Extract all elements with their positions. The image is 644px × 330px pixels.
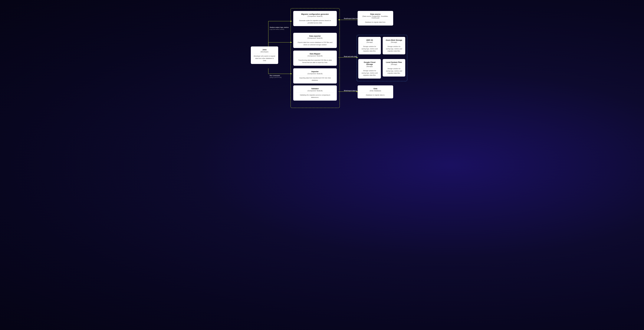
google-cloud-desc: Storage solution for saving logs, metric…	[361, 70, 378, 76]
data-mapper-card: Data Mapper [Component: NodeJS] Transfor…	[293, 51, 337, 66]
migrator-config-title: Migrator configuration generator	[296, 13, 334, 15]
validator-card: Validator [Component: NodeJS] Validating…	[293, 85, 337, 101]
data-mapper-title: Data Mapper	[296, 53, 334, 55]
local-files-desc: Storage solution for saving logs, metric…	[386, 67, 402, 74]
analyze-label: Analyze output, logs, metrics	[270, 27, 289, 28]
validator-type: [Component: NodeJS]	[296, 90, 334, 92]
migrator-config-desc: Generate a plan for migration process ba…	[296, 19, 334, 24]
oxla-type: [Oxla: Database]	[360, 90, 390, 92]
data-source-type: [Data source: PostgreSQL, Snowflake, Cli…	[360, 15, 390, 19]
data-exporter-type: [Component: NodeJS]	[296, 37, 334, 39]
validator-title: Validator	[296, 88, 334, 90]
azure-blob-desc: Storage solution for saving logs, metric…	[386, 45, 402, 52]
data-exporter-card: Data exporter [Component: NodeJS] Export…	[293, 33, 337, 48]
actor-type: [Developer]	[254, 51, 276, 53]
actor-card: John [Developer] Developer who wants to …	[251, 46, 278, 64]
aws-s3-card: AWS S3 [Storage] Storage solution for sa…	[358, 37, 381, 54]
data-source-desc: Database to migrate data from.	[360, 21, 390, 23]
data-source-card: Data source [Data source: PostgreSQL, Sn…	[358, 11, 393, 25]
oxla-title: Oxla	[360, 88, 390, 90]
data-exporter-title: Data exporter	[296, 35, 334, 37]
data-mapper-desc: Transforming data from exported CSV file…	[296, 59, 334, 64]
oxla-desc: Database to migrate data to.	[360, 94, 390, 96]
write-import-label: Write/import data to	[344, 90, 357, 91]
local-files-type: [Storage]	[386, 64, 402, 65]
read-write-label: Read and write data	[344, 56, 357, 57]
azure-blob-type: [Storage]	[386, 41, 402, 43]
actor-name: John	[254, 49, 276, 51]
aws-s3-title: AWS S3	[361, 39, 378, 41]
data-mapper-type: [Component: NodeJS]	[296, 55, 334, 57]
data-exporter-desc: Exports data from source database to CSV…	[296, 41, 334, 46]
diagram-container: John [Developer] Developer who wants to …	[234, 0, 410, 112]
run-commands-sub-label: [using CLI/HTTP API]	[270, 77, 281, 78]
run-commands-label: Run commands	[270, 75, 280, 76]
google-cloud-type: [Storage]	[361, 66, 378, 67]
local-files-card: Local System Files [Storage] Storage sol…	[383, 59, 405, 77]
actor-description: Developer who wants to migrate data from…	[254, 55, 276, 62]
analyze-sub-label: [Logs and metrics content]	[270, 29, 284, 30]
importer-title: Importer	[296, 70, 334, 73]
migrator-config-card: Migrator configuration generator [Compon…	[293, 11, 337, 26]
aws-s3-type: [Storage]	[361, 41, 378, 43]
migrator-config-type: [Component: NodeJS]	[296, 15, 334, 17]
importer-card: Importer [Component: NodeJS] Importing d…	[293, 68, 337, 83]
google-cloud-title: Google Cloud Storage	[361, 61, 378, 65]
validator-desc: Validating the migration process compari…	[296, 94, 334, 98]
read-export-label: Read/export data from	[344, 18, 358, 19]
google-cloud-card: Google Cloud Storage [Storage] Storage s…	[358, 59, 381, 79]
data-source-title: Data source	[360, 13, 390, 15]
azure-blob-title: Azure Blob Storage	[386, 39, 402, 41]
aws-s3-desc: Storage solution for saving logs, metric…	[361, 45, 378, 52]
importer-type: [Component: NodeJS]	[296, 73, 334, 74]
local-files-title: Local System Files	[386, 61, 402, 63]
oxla-card: Oxla [Oxla: Database] Database to migrat…	[358, 85, 393, 98]
azure-blob-card: Azure Blob Storage [Storage] Storage sol…	[383, 37, 405, 54]
importer-desc: Importing data from transformed CSV into…	[296, 77, 334, 81]
